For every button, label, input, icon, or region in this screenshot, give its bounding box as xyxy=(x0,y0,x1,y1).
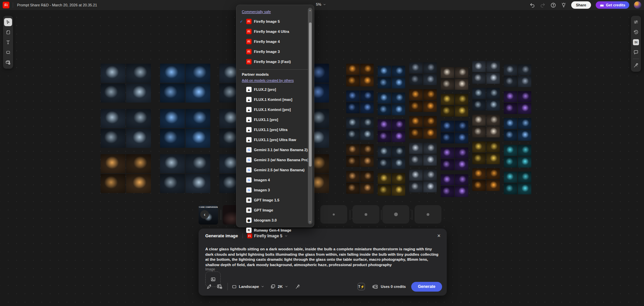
model-menu-item[interactable]: GPT Image 1.5 xyxy=(236,195,314,205)
generated-image-cluster[interactable] xyxy=(346,117,374,140)
model-menu-item[interactable]: Imagen 3 xyxy=(236,185,314,195)
generated-image[interactable] xyxy=(378,93,391,104)
generated-image[interactable] xyxy=(486,88,500,99)
generated-image[interactable] xyxy=(518,103,531,114)
addon-models-link[interactable]: Add-on models created by others xyxy=(242,78,294,82)
generated-image[interactable] xyxy=(504,76,517,87)
generated-image[interactable] xyxy=(101,154,125,173)
generated-image[interactable] xyxy=(504,130,517,141)
generated-image[interactable] xyxy=(486,168,500,179)
generated-image[interactable] xyxy=(472,153,486,164)
generated-image[interactable] xyxy=(126,174,151,193)
generated-image[interactable] xyxy=(346,171,360,182)
generated-image[interactable] xyxy=(126,83,151,103)
generated-image[interactable] xyxy=(486,180,500,191)
generated-image[interactable] xyxy=(486,73,500,84)
model-menu-item[interactable]: Firefly Image 4 xyxy=(236,37,314,47)
generated-image[interactable] xyxy=(101,174,125,193)
model-menu-item[interactable]: Ideogram 3.0 xyxy=(236,215,314,225)
generated-image[interactable] xyxy=(378,66,391,77)
generated-image[interactable] xyxy=(423,143,437,154)
generated-image[interactable] xyxy=(392,93,405,104)
properties-button[interactable] xyxy=(632,18,640,26)
generated-image[interactable] xyxy=(472,88,486,99)
generated-image[interactable] xyxy=(455,174,468,185)
generated-image[interactable] xyxy=(346,156,360,167)
generated-image[interactable] xyxy=(409,181,423,192)
generated-image[interactable] xyxy=(441,174,454,185)
generated-image[interactable] xyxy=(455,79,468,90)
generated-image[interactable] xyxy=(518,64,531,75)
media-tool[interactable] xyxy=(4,58,12,66)
generated-image[interactable] xyxy=(455,94,468,105)
generated-image[interactable] xyxy=(423,170,437,181)
generated-image[interactable] xyxy=(378,131,391,142)
generated-image[interactable] xyxy=(423,155,437,166)
generated-image-cluster[interactable] xyxy=(472,141,500,164)
generated-image[interactable] xyxy=(409,74,423,85)
avatar[interactable] xyxy=(634,1,641,9)
generated-image[interactable] xyxy=(472,73,486,84)
generated-image[interactable] xyxy=(486,153,500,164)
generated-image[interactable] xyxy=(472,141,486,152)
generated-image[interactable] xyxy=(472,100,486,111)
generated-image[interactable] xyxy=(392,158,405,169)
generated-image[interactable] xyxy=(518,172,531,183)
generated-image-cluster[interactable] xyxy=(409,143,437,166)
generated-image[interactable] xyxy=(486,126,500,137)
generated-image[interactable] xyxy=(518,118,531,129)
generated-image[interactable] xyxy=(360,171,374,182)
generated-image[interactable] xyxy=(455,186,468,197)
model-menu-item[interactable]: GPT Image xyxy=(236,205,314,215)
generated-image[interactable] xyxy=(360,144,374,155)
generated-image-cluster[interactable] xyxy=(472,168,500,191)
scroll-down-icon[interactable]: ▼ xyxy=(308,220,312,224)
generated-image[interactable] xyxy=(441,159,454,170)
generated-image-cluster[interactable] xyxy=(346,171,374,194)
generated-image[interactable] xyxy=(409,89,423,100)
generated-image[interactable] xyxy=(346,183,360,194)
generated-image[interactable] xyxy=(518,145,531,156)
generated-image[interactable] xyxy=(441,106,454,117)
generated-image[interactable] xyxy=(504,103,517,114)
firefly-logo[interactable]: Fi xyxy=(3,2,9,8)
generated-image[interactable] xyxy=(409,155,423,166)
comments-button[interactable] xyxy=(632,48,640,56)
generated-image[interactable] xyxy=(185,129,210,148)
prompt-enhance-button[interactable] xyxy=(294,283,302,290)
generated-image-cluster[interactable] xyxy=(346,64,374,86)
generated-image[interactable] xyxy=(160,109,185,128)
generated-image[interactable] xyxy=(126,129,151,148)
generated-image[interactable] xyxy=(518,183,531,194)
shape-tool[interactable] xyxy=(4,48,12,56)
generated-image[interactable] xyxy=(346,144,360,155)
generated-image[interactable] xyxy=(518,91,531,102)
generated-image[interactable] xyxy=(455,159,468,170)
generated-image[interactable] xyxy=(455,147,468,159)
scrollbar-thumb[interactable] xyxy=(309,22,312,167)
generated-image[interactable] xyxy=(455,106,468,117)
generated-image-cluster[interactable] xyxy=(378,119,405,142)
model-menu-item[interactable]: Gemini 3.1 (w/ Nano Banana 2) xyxy=(236,145,314,155)
generated-image[interactable] xyxy=(441,79,454,90)
compose-reference-button[interactable] xyxy=(216,283,223,290)
select-tool[interactable] xyxy=(4,18,12,26)
generated-image-cluster[interactable] xyxy=(441,174,468,197)
model-menu-item[interactable]: Gemini 2.5 (w/ Nano Banana) xyxy=(236,165,314,175)
generated-image[interactable] xyxy=(101,129,125,148)
generated-image[interactable] xyxy=(486,61,500,72)
generated-image[interactable] xyxy=(504,64,517,75)
generated-image[interactable] xyxy=(126,154,151,173)
generated-image-cluster[interactable] xyxy=(346,144,374,167)
generated-image[interactable] xyxy=(392,66,405,77)
generated-image[interactable] xyxy=(392,173,405,184)
generated-image-cluster[interactable] xyxy=(346,90,374,113)
generated-image-cluster[interactable] xyxy=(441,67,468,90)
generated-image-cluster[interactable] xyxy=(504,145,531,168)
generated-image-cluster[interactable] xyxy=(409,89,437,112)
generated-image-cluster[interactable] xyxy=(409,62,437,85)
generated-image[interactable] xyxy=(378,173,391,184)
generated-image-cluster[interactable] xyxy=(101,64,151,103)
scroll-up-icon[interactable]: ▲ xyxy=(308,8,312,12)
share-button[interactable]: Share xyxy=(571,1,591,9)
